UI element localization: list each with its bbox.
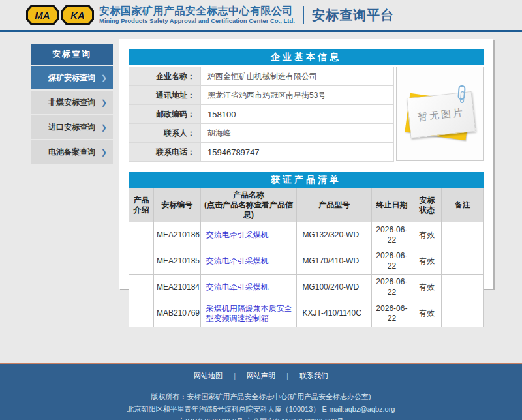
remark-cell	[442, 248, 484, 275]
products-section: 获证产品清单 产品介绍 安标编号 产品名称(点击产品名称查看产品信息) 产品型号…	[129, 172, 484, 327]
contact-us-link[interactable]: 联系我们	[299, 372, 328, 380]
product-intro-cell	[129, 248, 154, 275]
col-end-date: 终止日期	[371, 188, 412, 222]
remark-cell	[442, 222, 484, 248]
sidebar-item-label: 进口安标查询	[48, 122, 95, 133]
site-statement-link[interactable]: 网站声明	[247, 372, 275, 380]
col-mark-code: 安标编号	[154, 188, 201, 222]
table-row: MEA210185 交流电牵引采煤机 MG170/410-WD 2026-06-…	[129, 248, 484, 275]
company-info-section: 企业名称： 鸡西金恒矿山机械制造有限公司 通讯地址： 黑龙江省鸡西市鸡冠区南星街…	[129, 67, 484, 162]
end-date-cell: 2026-06-22	[371, 248, 412, 275]
col-product-name: 产品名称(点击产品名称查看产品信息)	[200, 188, 297, 222]
sidebar-item-battery-query[interactable]: 电池备案查询 ❯	[31, 140, 113, 164]
company-name-label: 企业名称：	[129, 67, 201, 86]
footer-links: 网站地图 ｜ 网站声明 ｜ 联系我们	[0, 364, 522, 381]
table-row: 联系电话： 15946789747	[129, 143, 394, 162]
org-names: 安标国家矿用产品安全标志中心有限公司 Mining Products Safet…	[99, 5, 295, 24]
white-card-decor: 暂无图片	[407, 91, 476, 138]
product-name-link[interactable]: 采煤机用隔爆兼本质安全型变频调速控制箱	[206, 304, 292, 323]
sidebar-item-label: 电池备案查询	[48, 147, 95, 158]
contact-person-value: 胡海峰	[201, 124, 394, 143]
footer-separator: ｜	[231, 372, 238, 380]
ma-badge-label: MA	[28, 7, 57, 23]
mark-code-cell: MAB210769	[154, 301, 201, 327]
sidebar-item-noncoal-query[interactable]: 非煤安标查询 ❯	[31, 91, 113, 114]
product-intro-cell	[129, 301, 154, 327]
product-name-link[interactable]: 交流电牵引采煤机	[206, 282, 269, 292]
org-name-zh: 安标国家矿用产品安全标志中心有限公司	[99, 5, 295, 17]
sidebar-item-import-query[interactable]: 进口安标查询 ❯	[31, 115, 113, 139]
contact-person-label: 联系人：	[129, 124, 201, 143]
product-intro-cell	[129, 275, 154, 301]
col-remark: 备注	[442, 188, 484, 222]
mark-code-cell: MEA210186	[154, 222, 201, 248]
col-mark-status: 安标状态	[412, 188, 442, 222]
address-label: 通讯地址：	[129, 86, 201, 105]
sidebar-title: 安标查询	[31, 44, 113, 65]
col-product-intro: 产品介绍	[129, 188, 154, 222]
footer-separator: ｜	[284, 372, 291, 380]
ka-badge-label: KA	[63, 7, 92, 23]
product-name-link[interactable]: 交流电牵引采煤机	[206, 256, 269, 265]
platform-title: 安标查询平台	[312, 7, 394, 24]
product-intro-cell	[129, 222, 154, 248]
chevron-right-icon: ❯	[101, 148, 107, 157]
footer-icp: 京ICP备05034258号 京公网安备11010502025630号	[0, 417, 522, 420]
table-row: 通讯地址： 黑龙江省鸡西市鸡冠区南星街53号	[129, 86, 394, 105]
table-header-row: 产品介绍 安标编号 产品名称(点击产品名称查看产品信息) 产品型号 终止日期 安…	[129, 188, 484, 222]
table-row: 企业名称： 鸡西金恒矿山机械制造有限公司	[129, 67, 394, 86]
products-section-title: 获证产品清单	[129, 172, 484, 188]
end-date-cell: 2026-06-22	[371, 301, 412, 327]
table-row: 邮政编码： 158100	[129, 105, 394, 124]
org-name-en: Mining Products Safety Approval and Cert…	[99, 18, 295, 25]
status-cell: 有效	[412, 301, 442, 327]
main-panel: 企业基本信息 企业名称： 鸡西金恒矿山机械制造有限公司 通讯地址： 黑龙江省鸡西…	[119, 39, 493, 289]
phone-value: 15946789747	[201, 143, 394, 162]
chevron-right-icon: ❯	[101, 123, 107, 132]
sidebar-item-coal-query[interactable]: 煤矿安标查询 ❯	[31, 66, 113, 89]
footer-address: 北京朝阳区和平里青年沟路5号煤科总院安科大厦（100013） E-mail:aq…	[0, 404, 522, 414]
product-model-cell: KXJT-410/1140C	[297, 301, 372, 327]
table-row: MEA210186 交流电牵引采煤机 MG132/320-WD 2026-06-…	[129, 222, 484, 248]
footer-copyright: 版权所有：安标国家矿用产品安全标志中心(矿用产品安全标志办公室)	[0, 392, 522, 402]
mark-code-cell: MEA210185	[154, 248, 201, 275]
product-model-cell: MG132/320-WD	[297, 222, 372, 248]
address-value: 黑龙江省鸡西市鸡冠区南星街53号	[201, 86, 394, 105]
remark-cell	[442, 301, 484, 327]
sidebar-item-label: 煤矿安标查询	[48, 72, 95, 83]
status-cell: 有效	[412, 275, 442, 301]
product-name-link[interactable]: 交流电牵引采煤机	[206, 230, 269, 239]
header-divider	[303, 6, 304, 24]
table-row: MEA210184 交流电牵引采煤机 MG100/240-WD 2026-06-…	[129, 275, 484, 301]
end-date-cell: 2026-06-22	[371, 222, 412, 248]
site-header: MA KA 安标国家矿用产品安全标志中心有限公司 Mining Products…	[0, 0, 522, 30]
sidebar: 安标查询 煤矿安标查询 ❯ 非煤安标查询 ❯ 进口安标查询 ❯ 电池备案查询 ❯	[31, 44, 113, 164]
status-cell: 有效	[412, 248, 442, 275]
table-row: 联系人： 胡海峰	[129, 124, 394, 143]
header-accent-line	[0, 30, 522, 32]
paperclip-icon	[457, 85, 466, 100]
no-image-text: 暂无图片	[417, 106, 465, 123]
postal-code-value: 158100	[201, 105, 394, 124]
products-table: 产品介绍 安标编号 产品名称(点击产品名称查看产品信息) 产品型号 终止日期 安…	[129, 188, 484, 327]
end-date-cell: 2026-06-22	[371, 275, 412, 301]
mark-code-cell: MEA210184	[154, 275, 201, 301]
chevron-right-icon: ❯	[101, 98, 107, 107]
status-cell: 有效	[412, 222, 442, 248]
col-product-model: 产品型号	[297, 188, 372, 222]
remark-cell	[442, 275, 484, 301]
sitemap-link[interactable]: 网站地图	[194, 372, 223, 380]
table-row: MAB210769 采煤机用隔爆兼本质安全型变频调速控制箱 KXJT-410/1…	[129, 301, 484, 327]
ka-badge-icon: KA	[61, 5, 94, 25]
sidebar-item-label: 非煤安标查询	[48, 97, 95, 108]
company-info-table: 企业名称： 鸡西金恒矿山机械制造有限公司 通讯地址： 黑龙江省鸡西市鸡冠区南星街…	[129, 67, 394, 162]
phone-label: 联系电话：	[129, 143, 201, 162]
maka-logo: MA KA	[26, 5, 94, 25]
product-model-cell: MG100/240-WD	[297, 275, 372, 301]
chevron-right-icon: ❯	[101, 74, 107, 82]
company-info-section-title: 企业基本信息	[129, 49, 484, 65]
footer: 网站地图 ｜ 网站声明 ｜ 联系我们 版权所有：安标国家矿用产品安全标志中心(矿…	[0, 363, 522, 420]
company-name-value: 鸡西金恒矿山机械制造有限公司	[201, 67, 394, 86]
postal-code-label: 邮政编码：	[129, 105, 201, 124]
no-image-placeholder: 暂无图片	[396, 67, 484, 161]
